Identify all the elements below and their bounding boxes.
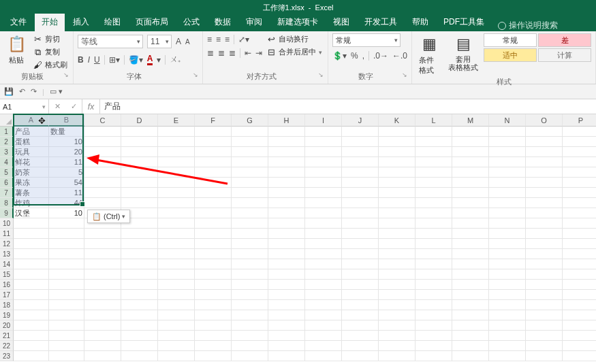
cell[interactable]: [563, 351, 596, 361]
cell[interactable]: [84, 188, 121, 198]
cell[interactable]: [158, 290, 195, 300]
cell[interactable]: [489, 167, 526, 178]
cell[interactable]: [563, 320, 596, 331]
cell[interactable]: [232, 137, 268, 147]
cell[interactable]: [379, 290, 415, 300]
cell[interactable]: [563, 147, 596, 157]
align-middle[interactable]: ≡: [216, 35, 221, 44]
cell[interactable]: [452, 290, 489, 300]
tab-review[interactable]: 审阅: [239, 14, 269, 31]
row-header-14[interactable]: 14: [0, 259, 14, 269]
cell[interactable]: [14, 341, 49, 351]
cell[interactable]: [489, 127, 526, 137]
cell[interactable]: 20: [49, 147, 84, 157]
column-header-M[interactable]: M: [452, 114, 489, 127]
cell[interactable]: 数量: [49, 127, 84, 137]
cell[interactable]: [489, 249, 526, 259]
cell[interactable]: [14, 239, 49, 249]
cell[interactable]: [342, 218, 379, 229]
cell[interactable]: [342, 351, 379, 361]
merge-center-button[interactable]: ⊟合并后居中▾: [265, 46, 324, 58]
cell[interactable]: [342, 249, 379, 259]
row-header-23[interactable]: 23: [0, 351, 14, 361]
cell[interactable]: [305, 157, 342, 167]
cell[interactable]: [305, 239, 342, 249]
cell[interactable]: [526, 178, 563, 188]
cell[interactable]: [415, 290, 452, 300]
cell[interactable]: [84, 259, 121, 269]
cell[interactable]: [526, 320, 563, 331]
cell[interactable]: [379, 331, 415, 341]
increase-font-size[interactable]: A: [176, 37, 181, 46]
cell[interactable]: [268, 320, 305, 331]
cell[interactable]: [14, 310, 49, 320]
font-launcher[interactable]: ↘: [193, 71, 198, 78]
cell[interactable]: [305, 208, 342, 218]
paste-options-button[interactable]: 📋 (Ctrl) ▾: [87, 210, 130, 223]
cell[interactable]: [268, 310, 305, 320]
cell[interactable]: [195, 147, 232, 157]
cell[interactable]: [489, 218, 526, 229]
cell[interactable]: [563, 300, 596, 310]
cell[interactable]: 5: [49, 167, 84, 178]
cell[interactable]: [84, 290, 121, 300]
tab-file[interactable]: 文件: [3, 14, 33, 31]
cell[interactable]: [379, 147, 415, 157]
cell[interactable]: [489, 331, 526, 341]
cell[interactable]: [305, 300, 342, 310]
cell[interactable]: [268, 218, 305, 229]
cell[interactable]: [158, 300, 195, 310]
column-header-I[interactable]: I: [305, 114, 342, 127]
cell[interactable]: [563, 341, 596, 351]
cell[interactable]: 炸鸡: [14, 198, 49, 208]
orientation-button[interactable]: ⤢▾: [238, 35, 249, 44]
cell[interactable]: [342, 127, 379, 137]
cell[interactable]: [121, 320, 158, 331]
cell[interactable]: [49, 218, 84, 229]
cell[interactable]: [49, 290, 84, 300]
cell[interactable]: [526, 249, 563, 259]
cell[interactable]: [489, 280, 526, 290]
cell[interactable]: [489, 259, 526, 269]
cell[interactable]: [49, 280, 84, 290]
cell[interactable]: 54: [49, 178, 84, 188]
row-header-1[interactable]: 1: [0, 127, 14, 137]
cell[interactable]: [415, 341, 452, 351]
cell[interactable]: [563, 229, 596, 239]
cell[interactable]: [415, 300, 452, 310]
column-header-P[interactable]: P: [563, 114, 596, 127]
cell[interactable]: [563, 208, 596, 218]
cell[interactable]: [195, 259, 232, 269]
cell[interactable]: [121, 188, 158, 198]
cell[interactable]: [379, 137, 415, 147]
cell[interactable]: [84, 239, 121, 249]
tab-draw[interactable]: 绘图: [97, 14, 127, 31]
cell[interactable]: [268, 188, 305, 198]
underline-button[interactable]: U: [94, 55, 100, 65]
align-launcher[interactable]: ↘: [318, 71, 324, 78]
row-header-4[interactable]: 4: [0, 157, 14, 167]
cell[interactable]: [121, 178, 158, 188]
cell[interactable]: [84, 269, 121, 280]
cell[interactable]: [121, 269, 158, 280]
tab-page-layout[interactable]: 页面布局: [129, 14, 175, 31]
cell[interactable]: 10: [49, 137, 84, 147]
cell[interactable]: [84, 137, 121, 147]
cell[interactable]: [489, 320, 526, 331]
cell[interactable]: [158, 269, 195, 280]
cell[interactable]: [452, 310, 489, 320]
cell[interactable]: [489, 157, 526, 167]
cell[interactable]: [121, 351, 158, 361]
cell[interactable]: [305, 351, 342, 361]
cell[interactable]: [121, 127, 158, 137]
cell[interactable]: [563, 218, 596, 229]
cell[interactable]: [489, 341, 526, 351]
cell[interactable]: [195, 269, 232, 280]
cell[interactable]: [158, 259, 195, 269]
column-header-D[interactable]: D: [121, 114, 158, 127]
copy-button[interactable]: ⧉复制: [31, 46, 69, 58]
cell[interactable]: [452, 249, 489, 259]
cell[interactable]: [526, 218, 563, 229]
cell[interactable]: 44: [49, 198, 84, 208]
cell[interactable]: [563, 127, 596, 137]
